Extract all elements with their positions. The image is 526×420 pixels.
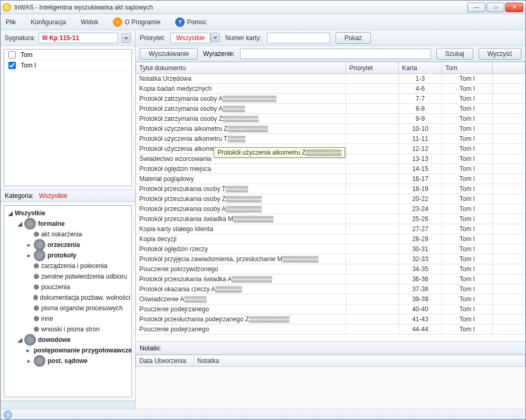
menu-view[interactable]: Widok [81,18,98,26]
col-priority[interactable]: Priorytet [346,62,399,74]
table-row[interactable]: Protokół przeszukania osoby Z▒▒▒▒▒▒▒▒20-… [136,194,525,204]
cell-card: 10-10 [399,124,442,134]
table-row[interactable]: Protokół przyjęcia zawiadomienia, przesł… [136,254,525,264]
table-row[interactable]: Protokół przeszukania osoby T▒▒▒▒▒18-19T… [136,184,525,194]
left-hscroll[interactable] [1,400,135,409]
tree-node[interactable]: ◢Wszystkie [5,208,130,218]
menu-file[interactable]: Plik [6,18,16,26]
document-grid[interactable]: Tytuł dokumentu Priorytet Karta Tom Nota… [136,62,525,341]
tree-node[interactable]: ▸protokoły [5,250,130,261]
nav-back-button[interactable] [4,411,12,419]
expand-icon[interactable]: ◢ [17,220,22,227]
col-title[interactable]: Tytuł dokumentu [136,62,346,74]
table-row[interactable]: Protokół przeszukania świadka M▒▒▒▒▒▒▒▒▒… [136,214,525,224]
cell-tom: Tom I [442,224,493,234]
show-button[interactable]: Pokaż [336,32,371,44]
menu-about[interactable]: iO Programie [113,17,160,27]
expand-icon[interactable]: ▸ [26,347,30,354]
tree-node[interactable]: ▸post. sądowe [5,356,130,366]
tom-header-checkbox[interactable] [8,51,16,59]
table-row[interactable]: Protokół przesłuchania podejrzanego Z▒▒▒… [136,314,525,324]
signature-dropdown[interactable] [121,33,131,43]
expand-icon[interactable]: ◢ [17,336,22,343]
tree-node[interactable]: akt oskarżenia [5,229,130,240]
cell-card: 8-8 [399,104,442,114]
col-card[interactable]: Karta [399,62,442,74]
category-tree[interactable]: ◢Wszystkie◢formalneakt oskarżenia▸orzecz… [4,205,132,397]
tree-node[interactable]: ▸orzeczenia [5,240,130,250]
notes-col-date[interactable]: Data Utworzenia [136,355,194,367]
table-row[interactable]: Kopia karty stałego klienta27-27Tom I [136,224,525,234]
table-row[interactable]: Protokół oględzin rzeczy30-31Tom I [136,244,525,254]
table-row[interactable]: Protokół oględzin miejsca14-15Tom I [136,164,525,174]
tree-node[interactable]: ◢dowodowe [5,335,130,345]
table-row[interactable]: Protokół przeszukania osoby A▒▒▒▒▒▒▒▒23-… [136,204,525,214]
signature-field[interactable]: III Kp 115-11 [39,33,118,43]
cell-title: Pouczenie podejrzanego [136,304,346,314]
col-tom[interactable]: Tom [442,62,493,74]
tree-node[interactable]: inne [5,313,130,324]
cell-title: Kopia karty stałego klienta [136,224,346,234]
tree-node[interactable]: wnioski i pisma stron [5,324,130,335]
priority-dropdown[interactable] [211,33,220,42]
search-button[interactable]: Szukaj [436,48,473,60]
card-number-input[interactable] [267,33,330,43]
table-row[interactable]: Protokół zatrzymania osoby Z▒▒▒▒▒▒▒▒9-9T… [136,114,525,124]
notes-col-note[interactable]: Notatka [194,355,525,367]
cell-card: 12-12 [399,144,442,154]
tom-row[interactable]: Tom I [4,60,131,71]
menu-config[interactable]: Konfiguracja [31,18,66,26]
table-row[interactable]: Kopia badań medycznych4-6Tom I [136,84,525,94]
tree-node[interactable]: pisma organów procesowych [5,303,130,313]
priority-select[interactable]: Wszystkie [170,33,211,43]
tom-checkbox[interactable] [8,62,16,69]
tree-node[interactable]: dokumentacja pozbaw. wolności [5,292,130,303]
tree-node[interactable]: zarządzenia i polecenia [5,261,130,271]
table-row[interactable]: Protokół okazania rzeczy A▒▒▒▒▒▒37-38Tom… [136,284,525,294]
cell-card: 13-13 [399,154,442,164]
cell-title: Protokół oględzin miejsca [136,164,346,174]
table-row[interactable]: Oświadczenie A▒▒▒▒▒39-39Tom I [136,294,525,304]
cell-tom: Tom I [442,124,493,134]
cell-spacer [493,144,525,154]
expand-icon[interactable]: ◢ [7,209,13,217]
expand-icon[interactable]: ▸ [26,252,32,259]
cell-priority [346,84,399,94]
close-button[interactable]: ✕ [505,3,523,12]
cell-card: 39-39 [399,294,442,304]
table-row[interactable]: Protokół użyczenia alkometru T▒▒▒▒11-11T… [136,134,525,144]
cell-priority [346,104,399,114]
search-mode-button[interactable]: Wyszukiwanie [140,48,198,60]
table-row[interactable]: Pouczenie pokrzywdzonego34-35Tom I [136,264,525,274]
tree-node[interactable]: ◢formalne [5,218,130,229]
cell-tom: Tom I [442,164,493,174]
cell-title: Notatka Urzędowa [136,74,346,84]
table-row[interactable]: Pouczenie podejrzanego40-40Tom I [136,304,525,314]
expression-input[interactable] [240,49,431,59]
cell-priority [346,114,399,124]
tree-node[interactable]: ▸postępownanie przygotowawcze [5,345,130,356]
table-row[interactable]: Protokół użyczenia alkometru Z▒▒▒▒▒▒▒▒▒1… [136,124,525,134]
table-row[interactable]: Protokół zatrzymania osoby A▒▒▒▒▒8-8Tom … [136,104,525,114]
tree-node[interactable]: pouczenia [5,282,130,292]
table-row[interactable]: Kopia decyzji28-29Tom I [136,234,525,244]
table-row[interactable]: Protokół zatrzymania osoby A▒▒▒▒▒▒▒▒▒▒▒▒… [136,94,525,104]
expand-icon[interactable]: ▸ [26,357,32,365]
cell-title: Protokół przeszukania osoby Z▒▒▒▒▒▒▒▒ [136,194,346,204]
menu-help[interactable]: ?Pomoc [175,17,206,27]
cell-tom: Tom I [442,84,493,94]
expand-icon[interactable]: ▸ [26,241,32,249]
table-row[interactable]: Materiał poglądowy16-17Tom I [136,174,525,184]
clear-button[interactable]: Wyczyść [479,48,521,60]
row-tooltip: Protokół użyczenia alkometru Z▒▒▒▒▒▒▒▒ [214,147,345,158]
cell-card: 16-17 [399,174,442,184]
table-row[interactable]: Protokół przeszukania świadka A▒▒▒▒▒▒▒▒▒… [136,274,525,284]
cell-tom: Tom I [442,174,493,184]
table-row[interactable]: Notatka Urzędowa1-3Tom I [136,74,525,84]
minimize-button[interactable]: — [467,3,485,12]
cell-spacer [493,124,525,134]
table-row[interactable]: Pouczenie podejrzanego44-44Tom I [136,324,525,335]
tree-node[interactable]: zwrotne potwierdzenia odbioru [5,271,130,282]
cell-spacer [493,234,525,244]
maximize-button[interactable]: ▭ [486,3,504,12]
